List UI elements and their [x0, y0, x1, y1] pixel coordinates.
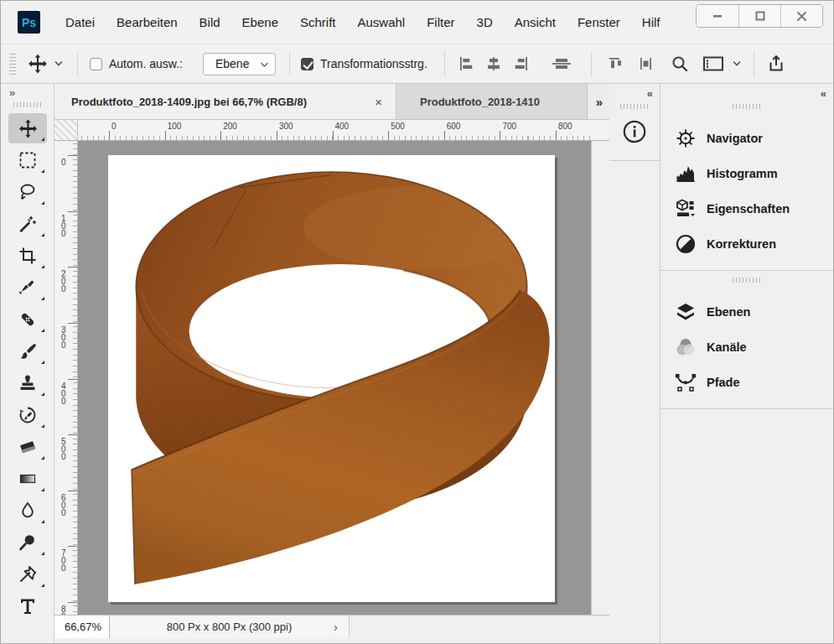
dock-collapse-button[interactable]: «: [609, 84, 660, 102]
panel-button-kanaele[interactable]: Kanäle: [660, 330, 833, 365]
align-right-edges-icon[interactable]: [513, 55, 530, 72]
quick-selection-tool[interactable]: [8, 209, 47, 239]
clone-stamp-tool[interactable]: [8, 368, 47, 398]
ruler-corner[interactable]: [54, 120, 78, 141]
eyedropper-tool[interactable]: [8, 273, 47, 303]
document-info-field[interactable]: 800 Px x 800 Px (300 ppi) ›: [110, 615, 350, 638]
menu-bearbeiten[interactable]: Bearbeiten: [117, 15, 178, 29]
distribute-top-edges-icon[interactable]: [607, 55, 625, 72]
panel-button-korrekturen[interactable]: Korrekturen: [660, 226, 833, 262]
flyout-indicator: [41, 233, 44, 236]
eyedropper-tool-icon: [18, 278, 38, 298]
transform-controls-checkbox[interactable]: [301, 58, 313, 70]
vertical-ruler[interactable]: 01 0 02 0 03 0 04 0 05 0 06 0 07 0 08 0 …: [54, 141, 78, 615]
photoshop-window: Ps Datei Bearbeiten Bild Ebene Schrift A…: [0, 0, 834, 644]
menu-hilfe[interactable]: Hilf: [642, 15, 660, 29]
workspace-switcher-icon[interactable]: [702, 55, 724, 72]
close-button[interactable]: [780, 5, 822, 27]
toolbar-expand-button[interactable]: »: [1, 84, 54, 101]
tools-panel: »: [1, 84, 54, 643]
search-icon[interactable]: [671, 55, 689, 73]
brush-tool[interactable]: [8, 336, 47, 366]
dock-collapse-button[interactable]: «: [660, 84, 833, 102]
eraser-tool[interactable]: [8, 432, 47, 462]
menu-ebene[interactable]: Ebene: [242, 15, 278, 29]
info-panel-button[interactable]: [622, 119, 647, 148]
menu-3d[interactable]: 3D: [477, 15, 493, 29]
blur-tool[interactable]: [8, 496, 47, 526]
options-grip[interactable]: [9, 53, 16, 75]
move-tool-preset-icon[interactable]: [27, 53, 49, 75]
toolbar-grip[interactable]: [13, 102, 42, 107]
lasso-tool-icon: [18, 182, 38, 202]
dock-grip[interactable]: [620, 104, 649, 109]
auto-select-checkbox[interactable]: [90, 58, 102, 70]
distribute-horizontal-centers-icon[interactable]: [637, 55, 655, 72]
gradient-tool[interactable]: [8, 464, 47, 494]
menu-datei[interactable]: Datei: [65, 15, 95, 29]
align-vertical-centers-icon[interactable]: [551, 55, 572, 72]
panel-button-navigator[interactable]: Navigator: [660, 121, 833, 156]
panel-label: Korrekturen: [707, 237, 776, 251]
flyout-indicator: [41, 138, 44, 141]
history-brush-tool[interactable]: [8, 400, 47, 430]
ruler-minor-ticks: [73, 141, 77, 615]
pasteboard[interactable]: [78, 141, 591, 615]
paths-icon: [675, 371, 697, 393]
spot-healing-brush-tool[interactable]: [8, 304, 47, 335]
auto-select-value: Ebene: [215, 57, 249, 70]
menu-auswahl[interactable]: Auswahl: [358, 15, 406, 29]
minimize-button[interactable]: [697, 5, 738, 27]
dock-grip[interactable]: [733, 104, 761, 109]
flyout-indicator: [41, 520, 44, 523]
panel-button-ebenen[interactable]: Ebenen: [660, 294, 833, 330]
panel-button-eigenschaften[interactable]: Eigenschaften: [660, 191, 833, 226]
pen-tool[interactable]: [8, 559, 47, 589]
minimize-icon: [712, 10, 723, 22]
panel-button-histogramm[interactable]: Histogramm: [660, 156, 833, 191]
dodge-tool[interactable]: [8, 527, 47, 558]
panel-button-pfade[interactable]: Pfade: [660, 365, 833, 400]
ruler-tick: [68, 323, 77, 324]
auto-select-dropdown[interactable]: Ebene: [203, 53, 276, 75]
menu-schrift[interactable]: Schrift: [300, 15, 336, 29]
preset-chevron-icon[interactable]: [54, 60, 64, 67]
tab-overflow-button[interactable]: »: [596, 84, 609, 119]
document-tab-inactive[interactable]: Produktfoto_2018-1410: [396, 84, 588, 119]
status-bar-filler: [350, 615, 609, 638]
info-icon: [622, 119, 647, 144]
panel-label: Pfade: [707, 376, 740, 389]
dock-empty-area: [609, 161, 660, 643]
brush-tool-icon: [18, 341, 38, 361]
menu-bild[interactable]: Bild: [199, 15, 220, 29]
status-chevron-icon[interactable]: ›: [334, 620, 338, 634]
rectangular-marquee-tool[interactable]: [8, 145, 47, 175]
lasso-tool[interactable]: [8, 177, 47, 207]
ruler-tick: [220, 131, 221, 140]
flyout-indicator: [41, 201, 44, 205]
viewport: 01 0 02 0 03 0 04 0 05 0 06 0 07 0 08 0 …: [54, 141, 609, 615]
move-tool[interactable]: [8, 113, 47, 143]
flyout-indicator: [41, 584, 44, 587]
dock-grip[interactable]: [733, 278, 761, 283]
menu-ansicht[interactable]: Ansicht: [515, 15, 556, 29]
type-tool[interactable]: [8, 591, 47, 621]
document-tab-active[interactable]: Produktfoto_2018-1409.jpg bei 66,7% (RGB…: [54, 84, 396, 119]
menu-filter[interactable]: Filter: [427, 15, 454, 29]
workspace-chevron-icon[interactable]: [732, 60, 742, 67]
rusty-band-image: [108, 155, 555, 602]
crop-tool[interactable]: [8, 241, 47, 271]
maximize-button[interactable]: [738, 5, 780, 27]
tab-close-icon[interactable]: ×: [373, 95, 384, 109]
align-left-edges-icon[interactable]: [458, 55, 474, 72]
close-icon: [795, 10, 808, 23]
share-icon[interactable]: [767, 55, 785, 73]
menu-fenster[interactable]: Fenster: [578, 15, 620, 29]
canvas-document[interactable]: [108, 155, 555, 602]
horizontal-ruler[interactable]: 0100200300400500600700800: [78, 120, 609, 141]
zoom-level-field[interactable]: 66,67%: [54, 615, 110, 638]
align-horizontal-centers-icon[interactable]: [485, 55, 502, 72]
clone-stamp-tool-icon: [18, 373, 38, 393]
ruler-tick: [68, 602, 77, 603]
navigator-icon: [675, 127, 697, 149]
